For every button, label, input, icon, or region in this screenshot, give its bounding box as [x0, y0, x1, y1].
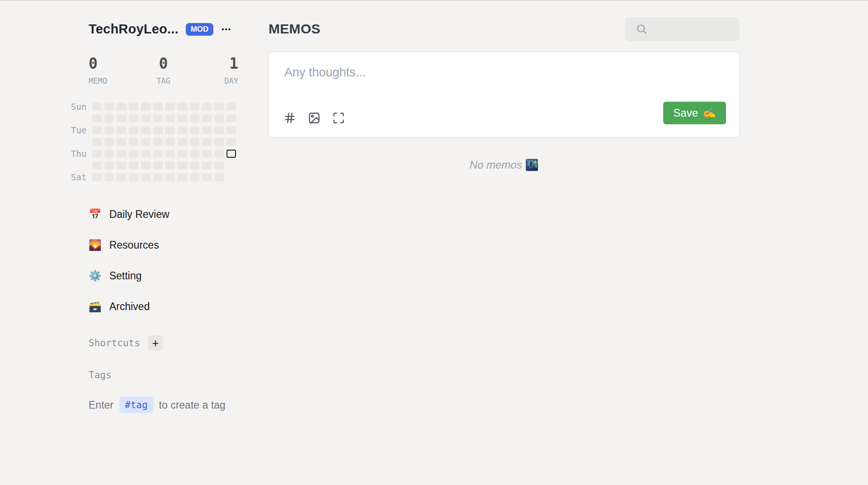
calendar-day-cell[interactable] — [92, 103, 102, 111]
calendar-day-cell[interactable] — [226, 138, 236, 146]
calendar-day-cell[interactable] — [129, 126, 138, 134]
search-input[interactable] — [652, 23, 733, 35]
calendar-day-cell[interactable] — [178, 161, 187, 170]
calendar-day-cell[interactable] — [202, 126, 212, 134]
calendar-day-cell[interactable] — [153, 114, 163, 122]
calendar-day-cell[interactable] — [178, 173, 187, 181]
calendar-day-cell[interactable] — [190, 114, 199, 122]
calendar-day-cell[interactable] — [214, 138, 224, 146]
calendar-day-cell[interactable] — [226, 114, 236, 122]
calendar-day-cell[interactable] — [117, 114, 126, 122]
calendar-day-cell[interactable] — [153, 161, 163, 170]
calendar-day-cell[interactable] — [92, 173, 102, 181]
calendar-day-cell[interactable] — [141, 126, 151, 134]
calendar-day-cell[interactable] — [165, 138, 175, 146]
calendar-day-cell[interactable] — [178, 138, 187, 146]
calendar-day-cell[interactable] — [104, 150, 114, 158]
calendar-day-cell[interactable] — [153, 173, 163, 181]
calendar-day-cell[interactable] — [117, 126, 126, 134]
sidebar-item-daily-review[interactable]: 📅Daily Review — [83, 204, 175, 225]
calendar-day-cell[interactable] — [141, 103, 151, 111]
calendar-day-cell[interactable] — [104, 138, 114, 146]
calendar-day-cell[interactable] — [202, 161, 212, 170]
calendar-day-cell[interactable] — [104, 173, 114, 181]
calendar-day-cell[interactable] — [104, 161, 114, 170]
calendar-day-cell[interactable] — [214, 103, 224, 111]
sidebar-item-archived[interactable]: 🗃️Archived — [83, 296, 156, 317]
calendar-day-cell[interactable] — [202, 114, 212, 122]
calendar-day-cell[interactable] — [165, 103, 175, 111]
calendar-day-cell[interactable] — [141, 114, 151, 122]
calendar-day-cell[interactable] — [178, 103, 187, 111]
calendar-day-cell[interactable] — [214, 126, 224, 134]
calendar-day-cell[interactable] — [190, 161, 199, 170]
tag-chip[interactable]: #tag — [119, 397, 153, 413]
calendar-day-cell[interactable] — [165, 114, 175, 122]
calendar-day-cell[interactable] — [178, 114, 187, 122]
calendar-day-cell[interactable] — [214, 114, 224, 122]
calendar-day-cell[interactable] — [202, 173, 212, 181]
calendar-day-cell[interactable] — [178, 126, 187, 134]
calendar-day-cell[interactable] — [202, 103, 212, 111]
calendar-day-cell[interactable] — [153, 103, 163, 111]
calendar-day-cell[interactable] — [92, 138, 102, 146]
more-menu-icon[interactable]: ••• — [221, 24, 232, 35]
calendar-day-cell[interactable] — [190, 103, 199, 111]
calendar-day-cell[interactable] — [202, 138, 212, 146]
shortcuts-section: Shortcuts + — [89, 335, 269, 351]
calendar-day-cell[interactable] — [117, 150, 126, 158]
calendar-day-cell[interactable] — [190, 173, 199, 181]
calendar-day-cell[interactable] — [226, 103, 236, 111]
sidebar-item-setting[interactable]: ⚙️Setting — [83, 265, 147, 287]
calendar-day-cell[interactable] — [129, 114, 138, 122]
memo-count: 0 — [89, 55, 138, 72]
calendar-day-cell[interactable] — [214, 150, 224, 158]
calendar-day-cell[interactable] — [129, 173, 138, 181]
memo-editor-input[interactable] — [284, 66, 724, 97]
calendar-day-cell[interactable] — [129, 138, 138, 146]
calendar-day-cell[interactable] — [165, 161, 175, 170]
calendar-day-cell[interactable] — [141, 138, 151, 146]
calendar-today-cell[interactable] — [226, 150, 236, 158]
hash-tag-icon[interactable] — [283, 112, 296, 124]
calendar-day-cell[interactable] — [165, 173, 175, 181]
calendar-day-cell[interactable] — [153, 150, 163, 158]
calendar-day-cell[interactable] — [141, 161, 151, 170]
calendar-day-cell[interactable] — [104, 103, 114, 111]
calendar-day-cell[interactable] — [202, 150, 212, 158]
calendar-day-cell[interactable] — [190, 138, 199, 146]
calendar-day-cell[interactable] — [92, 161, 102, 170]
save-button[interactable]: Save ✍️ — [663, 102, 726, 124]
add-shortcut-button[interactable]: + — [148, 335, 163, 351]
calendar-day-cell[interactable] — [214, 161, 224, 170]
user-banner[interactable]: TechRoyLeo... MOD ••• — [89, 22, 269, 37]
calendar-day-cell[interactable] — [165, 150, 175, 158]
calendar-day-cell[interactable] — [92, 150, 102, 158]
calendar-day-cell[interactable] — [226, 126, 236, 134]
image-upload-icon[interactable] — [308, 112, 321, 124]
calendar-day-cell[interactable] — [190, 126, 199, 134]
calendar-day-cell[interactable] — [92, 126, 102, 134]
calendar-day-cell[interactable] — [190, 150, 199, 158]
memos-app: TechRoyLeo... MOD ••• 0 MEMO 0 TAG 1 DAY… — [0, 1, 868, 413]
calendar-day-cell[interactable] — [141, 173, 151, 181]
calendar-day-cell[interactable] — [129, 150, 138, 158]
fullscreen-icon[interactable] — [332, 112, 345, 124]
calendar-day-cell[interactable] — [129, 161, 138, 170]
calendar-day-cell[interactable] — [153, 138, 163, 146]
calendar-day-cell[interactable] — [117, 173, 126, 181]
calendar-day-cell[interactable] — [178, 150, 187, 158]
calendar-day-cell[interactable] — [141, 150, 151, 158]
calendar-day-cell[interactable] — [117, 161, 126, 170]
calendar-day-cell[interactable] — [117, 103, 126, 111]
calendar-day-cell[interactable] — [117, 138, 126, 146]
calendar-day-cell[interactable] — [104, 126, 114, 134]
sidebar-item-resources[interactable]: 🌄Resources — [83, 235, 165, 256]
calendar-day-cell[interactable] — [214, 173, 224, 181]
calendar-day-cell[interactable] — [104, 114, 114, 122]
calendar-day-cell[interactable] — [92, 114, 102, 122]
calendar-day-cell[interactable] — [153, 126, 163, 134]
calendar-day-cell[interactable] — [165, 126, 175, 134]
search-box[interactable] — [625, 17, 740, 41]
calendar-day-cell[interactable] — [129, 103, 138, 111]
